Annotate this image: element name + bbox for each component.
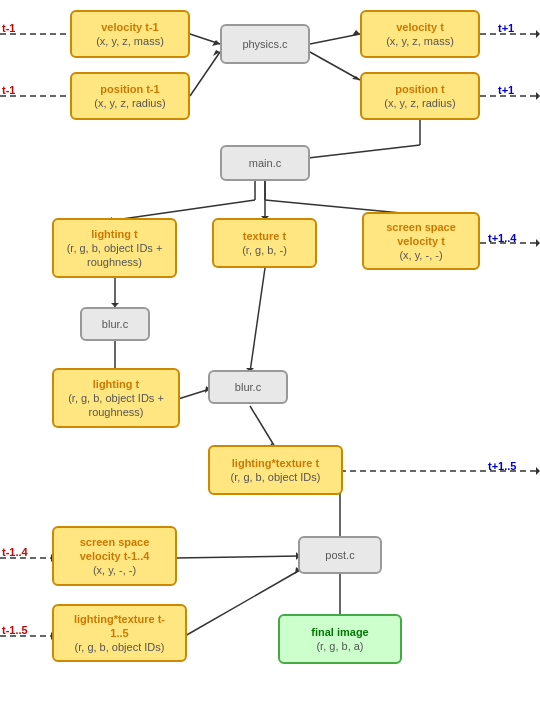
svg-line-20 bbox=[115, 200, 255, 220]
node-velocity-t1: velocity t-1 (x, y, z, mass) bbox=[70, 10, 190, 58]
node-screen-space-vel-t: screen spacevelocity t (x, y, -, -) bbox=[362, 212, 480, 270]
label-tplus15: t+1..5 bbox=[488, 460, 516, 472]
node-main-c: main.c bbox=[220, 145, 310, 181]
svg-marker-11 bbox=[352, 76, 360, 80]
diagram: t-1 t-1 t+1 t+1 t+1..4 t+1..5 t-1..4 t-1… bbox=[0, 0, 540, 709]
svg-marker-15 bbox=[536, 92, 540, 100]
svg-marker-9 bbox=[352, 30, 360, 36]
label-t15: t-1..5 bbox=[2, 624, 28, 636]
node-velocity-t: velocity t (x, y, z, mass) bbox=[360, 10, 480, 58]
label-tplus14: t+1..4 bbox=[488, 232, 516, 244]
label-t14: t-1..4 bbox=[2, 546, 28, 558]
svg-marker-5 bbox=[212, 40, 220, 46]
label-tplus1-position: t+1 bbox=[498, 84, 514, 96]
svg-line-47 bbox=[175, 556, 300, 558]
node-ss-vel-t14: screen spacevelocity t-1..4 (x, y, -, -) bbox=[52, 526, 177, 586]
node-blur-c2: blur.c bbox=[208, 370, 288, 404]
svg-marker-13 bbox=[536, 30, 540, 38]
node-lighting-texture-t: lighting*texture t (r, g, b, object IDs) bbox=[208, 445, 343, 495]
svg-line-6 bbox=[190, 52, 220, 96]
svg-marker-42 bbox=[536, 467, 540, 475]
node-position-t1: position t-1 (x, y, z, radius) bbox=[70, 72, 190, 120]
label-t1-position: t-1 bbox=[2, 84, 15, 96]
svg-line-33 bbox=[250, 268, 265, 372]
svg-line-31 bbox=[175, 389, 210, 400]
node-position-t: position t (x, y, z, radius) bbox=[360, 72, 480, 120]
svg-marker-40 bbox=[536, 239, 540, 247]
node-final-image: final image (r, g, b, a) bbox=[278, 614, 402, 664]
svg-line-4 bbox=[190, 34, 220, 44]
svg-line-10 bbox=[310, 52, 360, 80]
node-post-c: post.c bbox=[298, 536, 382, 574]
node-lighting-t1: lighting t (r, g, b, object IDs +roughne… bbox=[52, 218, 177, 278]
node-lighting-texture-t15: lighting*texture t-1..5 (r, g, b, object… bbox=[52, 604, 187, 662]
label-tplus1-velocity: t+1 bbox=[498, 22, 514, 34]
node-physics-c: physics.c bbox=[220, 24, 310, 64]
svg-line-8 bbox=[310, 34, 360, 44]
node-lighting-t2: lighting t (r, g, b, object IDs +roughne… bbox=[52, 368, 180, 428]
label-t1-velocity: t-1 bbox=[2, 22, 15, 34]
node-texture-t: texture t (r, g, b, -) bbox=[212, 218, 317, 268]
svg-marker-7 bbox=[213, 50, 220, 56]
svg-line-35 bbox=[250, 406, 275, 447]
node-blur-c1: blur.c bbox=[80, 307, 150, 341]
